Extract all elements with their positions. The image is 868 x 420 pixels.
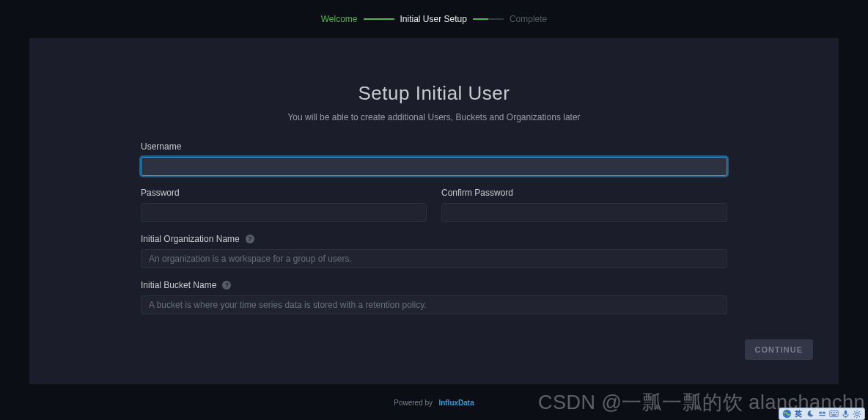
confirm-password-input[interactable] [441, 203, 727, 222]
confirm-password-group: Confirm Password [441, 188, 727, 222]
step-divider [473, 18, 504, 20]
gear-icon[interactable] [852, 409, 862, 419]
svg-rect-1 [819, 412, 821, 414]
svg-line-15 [854, 411, 855, 412]
bucket-input[interactable] [141, 295, 727, 314]
username-label: Username [141, 141, 727, 152]
svg-rect-8 [831, 414, 836, 416]
svg-rect-3 [819, 415, 825, 416]
username-input[interactable] [141, 157, 727, 176]
organization-label: Initial Organization Name [141, 234, 240, 244]
svg-line-18 [859, 411, 860, 412]
footer: Powered by InfluxData [0, 399, 868, 407]
bucket-label: Initial Bucket Name [141, 280, 216, 290]
page-subtitle: You will be able to create additional Us… [29, 112, 839, 122]
password-label: Password [141, 188, 427, 198]
input-icon[interactable] [817, 409, 827, 419]
wizard-steps: Welcome Initial User Setup Complete [0, 0, 868, 38]
svg-rect-5 [831, 412, 832, 413]
svg-rect-9 [844, 410, 846, 414]
username-group: Username [141, 141, 727, 176]
globe-icon[interactable] [781, 409, 792, 419]
moon-icon[interactable] [805, 409, 815, 419]
powered-by-text: Powered by [394, 399, 433, 407]
mic-icon[interactable] [840, 409, 850, 419]
setup-panel: Setup Initial User You will be able to c… [29, 38, 839, 384]
svg-rect-4 [829, 410, 837, 416]
step-divider [364, 18, 394, 20]
confirm-password-label: Confirm Password [441, 188, 727, 198]
password-group: Password [141, 188, 427, 222]
svg-line-16 [859, 416, 860, 416]
svg-rect-7 [835, 412, 836, 413]
svg-rect-2 [823, 412, 825, 414]
question-icon[interactable]: ? [246, 235, 254, 243]
step-welcome[interactable]: Welcome [321, 14, 358, 24]
organization-input[interactable] [141, 249, 727, 268]
keyboard-icon[interactable] [828, 409, 839, 419]
step-complete: Complete [510, 14, 547, 24]
influxdata-link[interactable]: InfluxData [438, 399, 474, 407]
ime-tray[interactable]: 英 [779, 408, 865, 420]
page-title: Setup Initial User [29, 82, 839, 105]
svg-rect-6 [833, 412, 834, 413]
svg-point-10 [856, 413, 858, 416]
bucket-group: Initial Bucket Name ? [141, 280, 727, 314]
password-input[interactable] [141, 203, 427, 222]
setup-form: Username Password Confirm Password Initi… [141, 141, 727, 314]
organization-group: Initial Organization Name ? [141, 234, 727, 268]
continue-button[interactable]: CONTINUE [745, 339, 813, 360]
step-initial-user-setup[interactable]: Initial User Setup [400, 14, 467, 24]
svg-line-17 [854, 416, 855, 416]
question-icon[interactable]: ? [222, 281, 231, 290]
lang-indicator[interactable]: 英 [793, 409, 803, 419]
